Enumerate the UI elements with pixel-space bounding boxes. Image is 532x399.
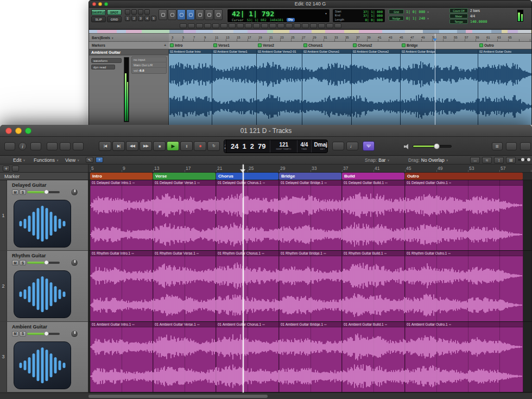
- zoom-preset-4[interactable]: 4: [144, 16, 150, 21]
- audio-region[interactable]: 01 Ambient Guitar Outro.1▫▫: [405, 322, 523, 392]
- toolbar-button[interactable]: [286, 23, 293, 28]
- go-to-beginning-button[interactable]: |◀: [99, 141, 111, 151]
- marker-verse1[interactable]: Verse1: [213, 43, 230, 47]
- audio-region[interactable]: 02 Ambient Guitar Chorus2: [352, 49, 401, 125]
- zoom-out-button[interactable]: [125, 9, 130, 15]
- track-view-selector[interactable]: waveform: [91, 58, 122, 63]
- snap-value[interactable]: Bar: [378, 157, 385, 163]
- mode-button-slip[interactable]: SLIP: [91, 16, 106, 22]
- rewind-button[interactable]: ◀◀: [126, 141, 138, 151]
- bar-ruler[interactable]: 59131721252933374145495357: [88, 164, 532, 172]
- ruler-header[interactable]: Bars|Beats▾: [89, 34, 169, 42]
- universe-strip[interactable]: [89, 29, 532, 34]
- markers-header[interactable]: Markers+: [89, 42, 169, 49]
- mode-button-spot[interactable]: SPOT: [107, 9, 122, 15]
- grid-value[interactable]: 1| 0| 000: [406, 10, 425, 14]
- view-menu[interactable]: View∨: [65, 156, 79, 164]
- play-button[interactable]: ▶: [167, 141, 179, 151]
- midi-zoom-button[interactable]: [144, 9, 150, 15]
- marker-outro[interactable]: Outro: [479, 43, 494, 47]
- bars-ruler[interactable]: 3579111315171921232527293133353739414345…: [169, 34, 532, 42]
- volume-knob[interactable]: [44, 189, 49, 194]
- nudge-label[interactable]: Nudge: [389, 16, 404, 21]
- audio-region[interactable]: 01 Delayed Guitar Verse.1▫▫: [153, 180, 216, 250]
- toolbar-toggle-icon[interactable]: [506, 142, 517, 150]
- meter-setting[interactable]: Meter 4/4: [449, 14, 514, 18]
- volume-slider[interactable]: [27, 262, 60, 264]
- audio-region[interactable]: 01 Ambient Guitar Bridge.1▫▫: [279, 322, 342, 392]
- tempo-setting[interactable]: Tempo 140.0000: [449, 19, 514, 24]
- h-zoom-slider[interactable]: [518, 159, 527, 161]
- arrangement-section-chorus[interactable]: Chorus: [216, 173, 278, 180]
- audio-region[interactable]: 01 Delayed Guitar Chorus.1▫▫: [216, 180, 279, 250]
- grid-caret-icon[interactable]: ▾: [427, 10, 429, 14]
- selection-start[interactable]: Start 37| 1| 000: [335, 10, 383, 14]
- track-name[interactable]: Rhythm Guitar: [12, 253, 46, 258]
- meter-label[interactable]: Meter: [449, 14, 468, 18]
- edit-selection-marker-icon[interactable]: [433, 39, 437, 41]
- pan-knob[interactable]: [71, 188, 78, 196]
- metronome-icon[interactable]: ♩: [346, 142, 358, 150]
- arrangement-section-intro[interactable]: Intro: [90, 173, 153, 180]
- markers-lane[interactable]: IntroVerse1Verse2Chorus1Chorus2BridgeOut…: [169, 42, 532, 49]
- stop-button[interactable]: ■: [153, 141, 166, 151]
- nudge-setting[interactable]: Nudge 0| 1| 240 ▾: [389, 16, 446, 21]
- track-lane-ambient-guitar[interactable]: 01 Ambient Guitar Intro.1▫▫01 Ambient Gu…: [88, 322, 532, 392]
- waveform-zoom-icon[interactable]: ≈: [482, 157, 492, 163]
- selector-tool-icon[interactable]: [177, 9, 186, 20]
- grabber-tool-icon[interactable]: [186, 9, 195, 20]
- list-editors-icon[interactable]: ≡: [492, 142, 503, 150]
- track-name[interactable]: Ambient Guitar: [12, 324, 47, 330]
- automation-mode-selector[interactable]: dyn read: [91, 65, 115, 69]
- master-volume-slider[interactable]: [413, 145, 452, 148]
- count-off-label[interactable]: Count Off: [449, 8, 468, 13]
- go-to-end-button[interactable]: ▶|: [112, 141, 125, 151]
- track-lane-ambient-guitar[interactable]: 02 Ambient Guitar Intro02 Ambient Guitar…: [169, 49, 532, 125]
- toolbar-button[interactable]: [261, 23, 268, 28]
- mute-button[interactable]: M: [12, 189, 18, 195]
- solo-button[interactable]: S: [20, 189, 26, 195]
- audio-region[interactable]: 01 Delayed Guitar Bridge.1▫▫: [279, 180, 342, 250]
- zoomer-tool-icon[interactable]: [159, 9, 167, 20]
- smart-tool-icon[interactable]: [214, 9, 223, 20]
- h-zoom-slider-knob[interactable]: [521, 158, 524, 161]
- zoom-button[interactable]: [25, 128, 31, 134]
- horizontal-scrollbar[interactable]: [88, 395, 268, 398]
- time-signature-value[interactable]: 4/4: [300, 142, 308, 148]
- editors-icon[interactable]: [73, 142, 84, 150]
- solo-button[interactable]: S: [20, 331, 26, 337]
- solo-button[interactable]: S: [20, 260, 26, 265]
- volume-knob[interactable]: [44, 260, 49, 265]
- audio-region[interactable]: 02 Ambient Guitar Verse2-01: [257, 49, 302, 125]
- audio-region[interactable]: 01 Ambient Guitar Build.1▫▫: [342, 322, 405, 392]
- toolbar-button[interactable]: [310, 23, 317, 28]
- tempo-value[interactable]: 121: [279, 142, 288, 148]
- cycle-button[interactable]: ↻: [207, 141, 220, 151]
- mode-button-grid[interactable]: GRID: [107, 16, 122, 22]
- drag-selector[interactable]: Drag: No Overlap ∨: [408, 156, 448, 164]
- track-header-ambient-guitar[interactable]: 3Ambient GuitarMS: [0, 322, 88, 392]
- count-in-icon[interactable]: [332, 142, 344, 150]
- mute-button[interactable]: M: [12, 260, 18, 265]
- main-counter[interactable]: 42| 1| 792 ▾ Cursor 53| 1| 082 3484381 D…: [227, 9, 330, 23]
- logic-playhead[interactable]: [243, 164, 244, 392]
- track-icon[interactable]: [14, 200, 71, 248]
- audio-region[interactable]: 01 Rhythm Guitar Chorus.1▫▫: [216, 251, 279, 321]
- toolbar-button[interactable]: [180, 23, 187, 28]
- zoom-preset-3[interactable]: 3: [138, 16, 143, 21]
- browsers-icon[interactable]: [520, 142, 531, 150]
- toolbar-button[interactable]: [302, 23, 309, 28]
- functions-menu[interactable]: Functions∨: [34, 156, 59, 164]
- tempo-label[interactable]: Tempo: [449, 19, 468, 24]
- pause-button[interactable]: ‖: [180, 141, 193, 151]
- toolbar-button[interactable]: [204, 23, 211, 28]
- close-button[interactable]: [5, 128, 12, 134]
- audio-region[interactable]: 01 Rhythm Guitar Verse.1▫▫: [153, 251, 216, 321]
- marker-intro[interactable]: Intro: [170, 43, 182, 47]
- marker-bridge[interactable]: Bridge: [402, 43, 418, 47]
- duplicate-track-button[interactable]: [12, 166, 19, 172]
- track-lane-delayed-guitar[interactable]: 01 Delayed Guitar Intro.1▫▫01 Delayed Gu…: [88, 180, 532, 251]
- audio-zoom-button[interactable]: [138, 9, 143, 15]
- input-selector[interactable]: no input: [132, 57, 166, 62]
- volume-slider[interactable]: [27, 191, 60, 193]
